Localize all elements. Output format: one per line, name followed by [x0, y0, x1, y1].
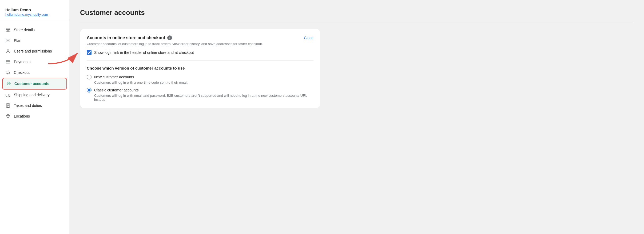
sidebar-header: Helium Demo heliumdemo.myshopify.com [0, 5, 69, 21]
sidebar-label-users: Users and permissions [14, 49, 52, 53]
shop-url[interactable]: heliumdemo.myshopify.com [5, 13, 48, 17]
shop-name: Helium Demo [5, 7, 64, 12]
new-accounts-radio[interactable] [87, 75, 92, 79]
new-accounts-description: Customers will log in with a one-time co… [87, 80, 313, 84]
svg-rect-2 [6, 39, 10, 42]
sidebar-item-users-permissions[interactable]: Users and permissions [2, 46, 67, 57]
settings-card: Accounts in online store and checkout i … [80, 29, 320, 108]
sidebar-item-customer-accounts[interactable]: Customer accounts [2, 78, 67, 90]
svg-point-21 [7, 115, 9, 116]
sidebar-label-store-details: Store details [14, 28, 35, 32]
sidebar-item-store-details[interactable]: Store details [2, 25, 67, 35]
show-login-checkbox[interactable] [87, 50, 92, 55]
account-version-radio-group: New customer accounts Customers will log… [87, 75, 313, 102]
payments-icon [5, 59, 11, 64]
section1-header: Accounts in online store and checkout i … [87, 35, 313, 40]
page-title: Customer accounts [80, 9, 633, 17]
sidebar-label-shipping: Shipping and delivery [14, 93, 50, 97]
sidebar-item-shipping[interactable]: Shipping and delivery [2, 90, 67, 100]
show-login-link-row: Show login link in the header of online … [87, 50, 313, 55]
sidebar-nav: Store details Plan Users and permissions… [0, 25, 69, 122]
user-icon [5, 49, 11, 54]
sidebar-item-plan[interactable]: Plan [2, 35, 67, 46]
sidebar-item-locations[interactable]: Locations [2, 111, 67, 122]
svg-rect-1 [7, 30, 9, 32]
svg-point-16 [9, 96, 10, 97]
show-login-label[interactable]: Show login link in the header of online … [94, 50, 194, 55]
svg-point-11 [7, 74, 8, 74]
radio-option-classic: Classic customer accounts Customers will… [87, 88, 313, 102]
sidebar-item-checkout[interactable]: Checkout [2, 67, 67, 78]
shipping-icon [5, 92, 11, 98]
new-accounts-label[interactable]: New customer accounts [94, 75, 134, 79]
taxes-icon [5, 103, 11, 108]
card-divider [87, 60, 313, 60]
main-content: Customer accounts Accounts in online sto… [69, 0, 644, 234]
location-icon [5, 114, 11, 119]
page-divider [80, 22, 633, 22]
svg-rect-8 [6, 71, 9, 73]
section1-description: Customer accounts let customers log in t… [87, 42, 313, 46]
sidebar-label-taxes: Taxes and duties [14, 103, 42, 108]
svg-rect-6 [6, 61, 10, 63]
sidebar-label-checkout: Checkout [14, 70, 30, 75]
classic-accounts-label[interactable]: Classic customer accounts [94, 88, 139, 92]
svg-point-13 [8, 82, 9, 84]
sidebar-label-payments: Payments [14, 60, 30, 64]
radio-option-classic-header: Classic customer accounts [87, 88, 313, 92]
sidebar-label-customer-accounts: Customer accounts [14, 82, 49, 86]
section1-title: Accounts in online store and checkout i [87, 35, 172, 40]
classic-accounts-description: Customers will log in with email and pas… [87, 94, 313, 102]
svg-point-12 [9, 74, 9, 74]
classic-accounts-radio[interactable] [87, 88, 92, 92]
sidebar-item-payments[interactable]: Payments [2, 57, 67, 67]
radio-option-new: New customer accounts Customers will log… [87, 75, 313, 84]
checkout-icon [5, 70, 11, 75]
customer-accounts-icon [6, 81, 11, 86]
svg-point-15 [6, 96, 7, 97]
store-icon [5, 27, 11, 33]
sidebar-label-locations: Locations [14, 114, 30, 118]
svg-point-5 [7, 50, 9, 51]
sidebar-item-taxes[interactable]: Taxes and duties [2, 100, 67, 111]
svg-rect-14 [6, 94, 9, 96]
plan-icon [5, 38, 11, 43]
sidebar: Helium Demo heliumdemo.myshopify.com Sto… [0, 0, 69, 234]
sidebar-label-plan: Plan [14, 38, 21, 43]
svg-rect-0 [6, 29, 10, 32]
section2-title: Choose which version of customer account… [87, 66, 313, 70]
close-button[interactable]: Close [304, 36, 313, 40]
radio-option-new-header: New customer accounts [87, 75, 313, 79]
info-icon[interactable]: i [167, 35, 172, 40]
